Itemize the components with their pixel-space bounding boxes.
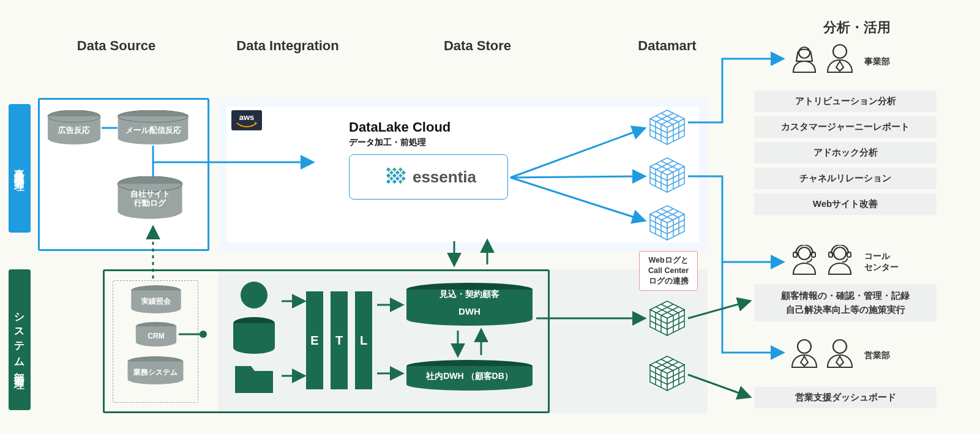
svg-rect-52	[398, 173, 403, 178]
biz-item-0: アトリビューション分析	[754, 91, 937, 112]
data-shapes-icon	[226, 280, 282, 397]
db-crm: CRM	[135, 322, 178, 346]
essentia-box: essentia	[349, 154, 508, 200]
header-source: Data Source	[55, 38, 178, 54]
cube-blue-1	[649, 109, 687, 147]
db-jisseki-label: 実績照会	[130, 297, 182, 306]
svg-rect-58	[398, 179, 403, 184]
svg-rect-54	[386, 167, 391, 171]
header-use: 分析・活用	[802, 18, 912, 37]
etl-bars: E T L	[306, 291, 372, 389]
svg-rect-56	[392, 173, 397, 178]
db-mail-label: メール配信反応	[116, 126, 190, 135]
biz-label: 事業部	[864, 56, 890, 67]
people-sales	[790, 338, 855, 369]
db-ad: 広告反応	[47, 110, 102, 146]
biz-items: アトリビューション分析 カスタマージャーニーレポート アドホック分析 チャネルリ…	[754, 91, 937, 215]
cc-item: 顧客情報の・確認・管理・記録 自己解決率向上等の施策実行	[754, 284, 937, 321]
side-tab-business: 事業部管理	[9, 104, 31, 233]
svg-rect-48	[398, 167, 403, 171]
db-gyomu-label: 業務システム	[126, 369, 185, 377]
svg-rect-57	[395, 176, 400, 181]
cc-label: コール センター	[864, 251, 899, 272]
cube-green-1	[649, 300, 687, 338]
header-store: Data Store	[422, 38, 533, 54]
svg-point-66	[233, 342, 275, 354]
svg-point-63	[241, 282, 267, 309]
svg-rect-55	[389, 170, 394, 174]
aws-badge: aws	[231, 110, 262, 130]
person-headset-icon	[790, 245, 819, 275]
db-gyomu: 業務システム	[126, 356, 185, 384]
essentia-text: essentia	[413, 168, 476, 187]
dwh-bottom: 社内DWH （顧客DB）	[405, 360, 534, 392]
db-sitelog: 自社サイト 行動ログ	[116, 176, 184, 220]
dwh-top-line1: 見込・契約顧客	[405, 289, 534, 300]
db-sitelog-label: 自社サイト 行動ログ	[116, 190, 184, 208]
person-male-icon-2	[790, 338, 819, 369]
side-tab-system: システム部管理	[9, 269, 31, 410]
aws-text: aws	[239, 113, 255, 122]
cube-blue-3	[649, 204, 687, 242]
biz-item-3: チャネルリレーション	[754, 168, 937, 189]
dwh-bottom-label: 社内DWH （顧客DB）	[405, 371, 534, 382]
svg-rect-62	[386, 179, 391, 184]
etl-t: T	[331, 291, 348, 389]
db-ad-label: 広告反応	[47, 126, 102, 135]
dwh-top: 見込・契約顧客 DWH	[405, 283, 534, 327]
cube-green-2	[649, 355, 687, 393]
svg-rect-49	[402, 170, 406, 174]
svg-rect-51	[395, 170, 400, 174]
dwh-top-line2: DWH	[405, 306, 534, 316]
cube-blue-2	[649, 157, 687, 195]
person-male-icon-3	[825, 338, 855, 369]
people-cc	[790, 245, 855, 275]
svg-rect-60	[389, 176, 394, 181]
people-biz	[790, 43, 855, 73]
db-mail: メール配信反応	[116, 110, 190, 146]
datalake-sub: データ加工・前処理	[349, 137, 426, 148]
person-headset-icon-2	[825, 245, 855, 275]
sales-item: 営業支援ダッシュボード	[754, 387, 937, 408]
header-integration: Data Integration	[220, 38, 355, 54]
aws-smile-icon	[236, 122, 257, 128]
db-jisseki: 実績照会	[130, 285, 182, 313]
link-box: Webログと Call Center ログの連携	[639, 251, 698, 291]
svg-rect-50	[392, 167, 397, 171]
svg-rect-53	[402, 176, 406, 181]
biz-item-1: カスタマージャーニーレポート	[754, 116, 937, 138]
biz-item-2: アドホック分析	[754, 142, 937, 163]
svg-rect-59	[386, 173, 391, 178]
etl-e: E	[306, 291, 323, 389]
person-male-icon	[825, 43, 855, 73]
etl-l: L	[355, 291, 372, 389]
svg-rect-61	[392, 179, 397, 184]
db-crm-label: CRM	[135, 332, 178, 341]
datalake-title: DataLake Cloud	[349, 119, 451, 135]
sales-label: 営業部	[864, 350, 890, 361]
header-datamart: Datamart	[618, 38, 716, 54]
essentia-icon	[381, 164, 406, 190]
person-female-icon	[790, 43, 819, 73]
biz-item-4: Webサイト改善	[754, 193, 937, 215]
